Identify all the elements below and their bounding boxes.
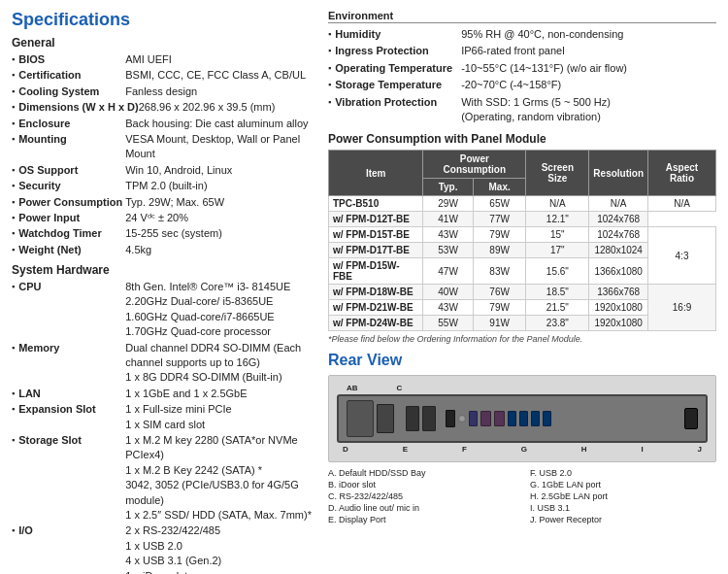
env-item: Storage Temperature-20~70°C (-4~158°F) bbox=[328, 78, 716, 92]
table-header-screen: Screen Size bbox=[526, 151, 589, 196]
env-key: Storage Temperature bbox=[335, 78, 461, 92]
env-key: Ingress Protection bbox=[335, 44, 461, 58]
rs232-port-1 bbox=[406, 406, 419, 431]
label-F: F bbox=[462, 445, 467, 454]
rear-label-item: H. 2.5GbE LAN port bbox=[530, 491, 716, 501]
env-val: IP66-rated front panel bbox=[461, 44, 564, 58]
size-cell: 21.5" bbox=[526, 300, 589, 316]
table-subheader-max: Max. bbox=[473, 179, 525, 196]
typ-cell: 41W bbox=[423, 212, 474, 227]
table-note: *Please find below the Ordering Informat… bbox=[328, 334, 716, 344]
lan-port-1 bbox=[480, 411, 491, 426]
spec-key: Watchdog Timer bbox=[18, 226, 125, 241]
env-key: Operating Temperature bbox=[335, 61, 461, 76]
rear-label-item: A. Default HDD/SSD Bay bbox=[328, 468, 514, 478]
env-val: -20~70°C (-4~158°F) bbox=[461, 78, 561, 92]
usb31-port-1 bbox=[508, 411, 516, 426]
display-port bbox=[446, 410, 455, 427]
item-cell: w/ FPM-D15W-FBE bbox=[329, 258, 423, 285]
environment-title: Environment bbox=[328, 10, 716, 23]
table-row: TPC-B510 29W 65W N/A N/A N/A bbox=[329, 196, 716, 212]
system-spec-list: CPU8th Gen. Intel® Core™ i3- 8145UE 2.20… bbox=[12, 280, 313, 574]
item-cell: w/ FPM-D24W-BE bbox=[329, 316, 423, 331]
spec-val: 15-255 sec (system) bbox=[125, 226, 222, 241]
typ-cell: 43W bbox=[423, 300, 474, 316]
item-cell: w/ FPM-D18W-BE bbox=[329, 285, 423, 300]
spec-val: 268.96 x 202.96 x 39.5 (mm) bbox=[139, 100, 276, 115]
page-title: Specifications bbox=[12, 10, 313, 30]
spec-key: CPU bbox=[18, 280, 125, 294]
table-row: w/ FPM-D12T-BE 41W 77W 12.1" 1024x768 bbox=[329, 212, 716, 227]
rear-view-container: A B C bbox=[328, 375, 716, 526]
spec-key: Security bbox=[18, 179, 125, 193]
label-B: B bbox=[352, 384, 358, 392]
max-cell: 77W bbox=[473, 212, 525, 227]
power-table-title: Power Consumption with Panel Module bbox=[328, 132, 716, 146]
spec-item: SecurityTPM 2.0 (built-in) bbox=[12, 179, 313, 193]
table-header-resolution: Resolution bbox=[589, 151, 648, 196]
spec-key: Certification bbox=[18, 68, 125, 83]
spec-val: VESA Mount, Desktop, Wall or Panel Mount bbox=[125, 132, 313, 162]
rear-view-title: Rear View bbox=[328, 352, 716, 369]
spec-val: 4.5kg bbox=[125, 243, 151, 257]
spec-val: 1 x 1GbE and 1 x 2.5GbE bbox=[125, 387, 247, 401]
hdd-bay-port bbox=[347, 400, 374, 437]
system-spec-item: Expansion Slot1 x Full-size mini PCIe1 x… bbox=[12, 402, 313, 432]
env-key: Humidity bbox=[335, 27, 461, 42]
spec-item: OS SupportWin 10, Android, Linux bbox=[12, 163, 313, 178]
spec-item: BIOSAMI UEFI bbox=[12, 52, 313, 67]
system-spec-item: Storage Slot1 x M.2 M key 2280 (SATA*or … bbox=[12, 433, 313, 523]
rear-label-item: D. Audio line out/ mic in bbox=[328, 503, 514, 513]
spec-item: Dimensions (W x H x D)268.96 x 202.96 x … bbox=[12, 100, 313, 115]
system-spec-item: LAN1 x 1GbE and 1 x 2.5GbE bbox=[12, 387, 313, 401]
left-column: Specifications General BIOSAMI UEFICerti… bbox=[12, 10, 313, 574]
spec-item: MountingVESA Mount, Desktop, Wall or Pan… bbox=[12, 132, 313, 162]
item-cell: w/ FPM-D12T-BE bbox=[329, 212, 423, 227]
res-cell: 1366x768 bbox=[589, 285, 648, 300]
spec-val: Back housing: Die cast aluminum alloy bbox=[125, 117, 308, 131]
label-I: I bbox=[641, 445, 643, 454]
size-cell: 15" bbox=[526, 227, 589, 243]
system-spec-item: I/O2 x RS-232/422/4851 x USB 2.04 x USB … bbox=[12, 523, 313, 574]
size-cell: 15.6" bbox=[526, 258, 589, 285]
max-cell: 91W bbox=[473, 316, 525, 331]
table-header-power: Power Consumption bbox=[423, 151, 526, 179]
res-cell: 1366x1080 bbox=[589, 258, 648, 285]
spec-item: Watchdog Timer15-255 sec (system) bbox=[12, 226, 313, 241]
item-cell: TPC-B510 bbox=[329, 196, 423, 212]
typ-cell: 43W bbox=[423, 227, 474, 243]
spec-item: Power Input24 Vᵈᶜ ± 20% bbox=[12, 211, 313, 225]
rear-labels-left: A. Default HDD/SSD BayB. iDoor slotC. RS… bbox=[328, 468, 514, 526]
rear-label-item: B. iDoor slot bbox=[328, 480, 514, 490]
table-row: w/ FPM-D15T-BE 43W 79W 15" 1024x768 4:3 bbox=[329, 227, 716, 243]
label-E: E bbox=[403, 445, 408, 454]
spec-key: I/O bbox=[18, 523, 125, 538]
spec-val: 1 x M.2 M key 2280 (SATA*or NVMe PCIex4)… bbox=[125, 433, 313, 523]
right-column: Environment Humidity95% RH @ 40°C, non-c… bbox=[328, 10, 716, 574]
max-cell: 76W bbox=[473, 285, 525, 300]
max-cell: 79W bbox=[473, 227, 525, 243]
spec-item: Weight (Net)4.5kg bbox=[12, 243, 313, 257]
spec-key: BIOS bbox=[18, 52, 125, 67]
spec-item: EnclosureBack housing: Die cast aluminum… bbox=[12, 117, 313, 131]
size-cell: 17" bbox=[526, 243, 589, 258]
spec-key: Power Consumption bbox=[18, 195, 125, 210]
max-cell: 89W bbox=[473, 243, 525, 258]
label-G: G bbox=[521, 445, 527, 454]
ratio-cell: 16:9 bbox=[648, 285, 716, 331]
rear-label-item: C. RS-232/422/485 bbox=[328, 491, 514, 501]
size-cell: 18.5" bbox=[526, 285, 589, 300]
spec-val: 2 x RS-232/422/4851 x USB 2.04 x USB 3.1… bbox=[125, 523, 266, 574]
lan-port-2 bbox=[494, 411, 505, 426]
spec-val: Fanless design bbox=[125, 84, 197, 99]
spec-item: Cooling SystemFanless design bbox=[12, 84, 313, 99]
power-consumption-table: Item Power Consumption Screen Size Resol… bbox=[328, 150, 716, 331]
env-item: Humidity95% RH @ 40°C, non-condensing bbox=[328, 27, 716, 42]
typ-cell: 47W bbox=[423, 258, 474, 285]
env-item: Vibration ProtectionWith SSD: 1 Grms (5 … bbox=[328, 95, 716, 125]
res-cell: N/A bbox=[589, 196, 648, 212]
general-spec-list: BIOSAMI UEFICertificationBSMI, CCC, CE, … bbox=[12, 52, 313, 257]
size-cell: N/A bbox=[526, 196, 589, 212]
panel-top-labels: A B C bbox=[337, 384, 708, 394]
env-val: -10~55°C (14~131°F) (w/o air flow) bbox=[461, 61, 627, 76]
